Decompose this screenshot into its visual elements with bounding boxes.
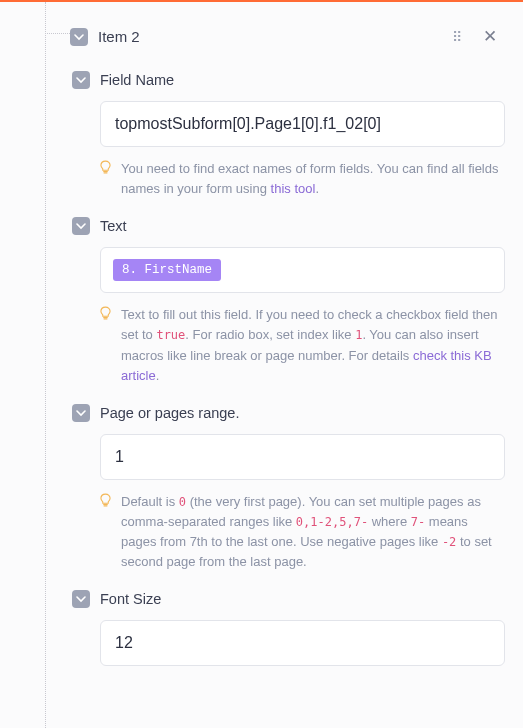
accent-bar bbox=[0, 0, 523, 2]
collapse-toggle[interactable] bbox=[70, 28, 88, 46]
code-literal: 0 bbox=[179, 495, 186, 509]
close-icon[interactable]: ✕ bbox=[477, 24, 503, 49]
lightbulb-icon bbox=[100, 160, 112, 199]
item-header: Item 2 ⠿ ✕ bbox=[70, 24, 503, 49]
field-font-size: Font Size bbox=[72, 590, 505, 666]
text-macro-input[interactable]: 8. FirstName bbox=[100, 247, 505, 293]
item-panel: Item 2 ⠿ ✕ Field Name You need to find e bbox=[72, 24, 505, 684]
code-literal: true bbox=[156, 328, 185, 342]
lightbulb-icon bbox=[100, 493, 112, 573]
field-hint: You need to find exact names of form fie… bbox=[100, 159, 505, 199]
field-label: Text bbox=[100, 218, 127, 234]
chevron-down-icon bbox=[76, 221, 86, 231]
field-hint: Default is 0 (the very first page). You … bbox=[100, 492, 505, 573]
field-label: Font Size bbox=[100, 591, 161, 607]
tree-guide-line bbox=[45, 2, 46, 728]
drag-handle-icon[interactable]: ⠿ bbox=[448, 27, 467, 47]
font-size-input[interactable] bbox=[100, 620, 505, 666]
tree-branch-line bbox=[45, 33, 72, 34]
hint-text: . bbox=[156, 368, 160, 383]
field-label: Page or pages range. bbox=[100, 405, 239, 421]
hint-text: where bbox=[368, 514, 411, 529]
hint-text: . bbox=[315, 181, 319, 196]
tool-link[interactable]: this tool bbox=[271, 181, 316, 196]
collapse-toggle[interactable] bbox=[72, 404, 90, 422]
code-literal: 0,1-2,5,7- bbox=[296, 515, 368, 529]
hint-text: . For radio box, set index like bbox=[185, 327, 355, 342]
chevron-down-icon bbox=[76, 408, 86, 418]
field-label: Field Name bbox=[100, 72, 174, 88]
item-fields: Field Name You need to find exact names … bbox=[72, 71, 505, 684]
collapse-toggle[interactable] bbox=[72, 590, 90, 608]
chevron-down-icon bbox=[74, 32, 84, 42]
chevron-down-icon bbox=[76, 594, 86, 604]
code-literal: 7- bbox=[411, 515, 425, 529]
collapse-toggle[interactable] bbox=[72, 71, 90, 89]
field-field-name: Field Name You need to find exact names … bbox=[72, 71, 505, 199]
hint-text: Default is bbox=[121, 494, 179, 509]
field-pages: Page or pages range. Default is 0 (the v… bbox=[72, 404, 505, 573]
collapse-toggle[interactable] bbox=[72, 217, 90, 235]
field-name-input[interactable] bbox=[100, 101, 505, 147]
item-title: Item 2 bbox=[98, 28, 140, 45]
pages-input[interactable] bbox=[100, 434, 505, 480]
code-literal: -2 bbox=[442, 535, 456, 549]
lightbulb-icon bbox=[100, 306, 112, 386]
macro-chip[interactable]: 8. FirstName bbox=[113, 259, 221, 281]
field-text: Text 8. FirstName Text to fill out this … bbox=[72, 217, 505, 386]
chevron-down-icon bbox=[76, 75, 86, 85]
field-hint: Text to fill out this field. If you need… bbox=[100, 305, 505, 386]
